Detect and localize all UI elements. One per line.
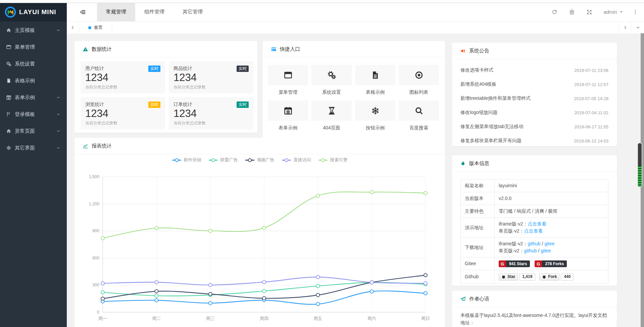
legend-item-视频广告[interactable]: 视频广告 [245, 157, 275, 163]
gitee-badge[interactable]: G941 Stars [499, 260, 530, 267]
github-fork-button[interactable]: Fork [539, 273, 559, 281]
version-row: 框架名称layuimini [461, 179, 608, 192]
version-link[interactable]: gitee [544, 241, 554, 246]
quick-entry-系统设置[interactable]: 系统设置 [311, 65, 352, 95]
announcement-text: 新增系统404模板 [460, 81, 496, 87]
app-title: LAYUI MINI [19, 8, 56, 16]
version-line: 单页版-v2：github / gitee [499, 247, 604, 254]
stat-caption: 当前分类总记录数 [174, 84, 249, 90]
svg-text:周日: 周日 [421, 316, 430, 321]
calendar-icon [6, 95, 11, 100]
quick-entry-百度搜索[interactable]: 百度搜索 [399, 100, 439, 131]
tabs-scroll-left-button[interactable] [67, 22, 79, 34]
version-header: 版本信息 [452, 155, 617, 172]
legend-item-联盟广告[interactable]: 联盟广告 [209, 157, 238, 163]
sidebar-item-7[interactable]: 异常页面 [0, 123, 67, 139]
legend-item-搜索引擎[interactable]: 搜索引擎 [318, 157, 348, 163]
version-link[interactable]: gitee [541, 248, 551, 253]
version-link[interactable]: 点击查看 [528, 221, 546, 227]
layui-logo-icon [5, 6, 16, 18]
author-title: 作者心语 [469, 296, 489, 302]
quick-entry-按钮示例[interactable]: 按钮示例 [355, 100, 395, 131]
tabbar-controls [618, 22, 644, 34]
warning-triangle-icon [83, 46, 88, 52]
module-tab-2[interactable]: 组件管理 [135, 3, 174, 22]
version-line: iframe版-v2：点击查看 [499, 220, 604, 228]
stat-value: 1234 [85, 108, 160, 119]
version-card: 版本信息 框架名称layuimini当前版本v2.0.0主要特色零门槛 / 响应… [452, 155, 617, 286]
quick-entry-card: 快捷入口 菜单管理 系统设置 表格示例 图标列表 表单示例 404页面 按钮示例… [263, 41, 445, 143]
quick-entry-box [355, 100, 395, 121]
sidebar-collapse-button[interactable] [74, 3, 91, 22]
more-menu-button[interactable] [629, 3, 642, 22]
version-row-label: 当前版本 [461, 192, 495, 205]
quick-entry-404页面[interactable]: 404页面 [311, 100, 352, 131]
trash-icon [569, 9, 575, 15]
quick-entry-表格示例[interactable]: 表格示例 [355, 65, 395, 95]
version-link[interactable]: github [524, 248, 537, 253]
sidebar-item-8[interactable]: 其它界面 [0, 139, 67, 156]
layuimini-dashboard: LAYUI MINI 主页模板 菜单管理 系统设置 表格示例 表单示例 登录模板… [0, 0, 644, 327]
quick-entry-label: 百度搜索 [399, 125, 439, 131]
tabs-dropdown-button[interactable] [631, 22, 644, 34]
gitee-badge-label: 278 Forks [542, 260, 567, 267]
quick-entry-图标列表[interactable]: 图标列表 [399, 65, 439, 95]
quick-entry-表单示例[interactable]: 表单示例 [268, 100, 308, 131]
quick-title: 快捷入口 [280, 46, 300, 52]
sidebar-item-label: 异常页面 [15, 128, 35, 134]
sidebar-item-1[interactable]: 主页模板 [0, 22, 67, 39]
quick-entry-菜单管理[interactable]: 菜单管理 [268, 65, 308, 95]
user-menu[interactable]: admin [598, 3, 629, 22]
version-table: 框架名称layuimini当前版本v2.0.0主要特色零门槛 / 响应式 / 清… [460, 179, 608, 284]
window-icon [6, 44, 11, 50]
module-tab-3[interactable]: 其它管理 [174, 3, 212, 22]
refresh-button[interactable] [546, 3, 563, 22]
stat-caption: 当前分类总记录数 [174, 120, 249, 126]
github-star-button[interactable]: Star [499, 273, 518, 281]
sidebar-item-4[interactable]: 表格示例 [0, 72, 67, 89]
refresh-icon [551, 9, 557, 15]
version-row-label: Github [461, 270, 495, 283]
github-star-count[interactable]: 1,419 [519, 273, 535, 281]
gitee-badge[interactable]: G278 Forks [535, 260, 567, 267]
sidebar-item-3[interactable]: 系统设置 [0, 55, 67, 72]
scrollbar-thumb[interactable] [637, 142, 642, 188]
github-fork-count[interactable]: 440 [561, 273, 574, 281]
home-icon [6, 128, 11, 134]
chevron-down-icon [56, 95, 61, 100]
sidebar-item-5[interactable]: 表单示例 [0, 89, 67, 106]
stat-caption: 当前分类总记录数 [85, 120, 160, 126]
announcement-text: 修复多模块菜单栏展开有问题 [460, 138, 522, 144]
github-button-group: Fork440 [539, 273, 574, 281]
fullscreen-button[interactable] [581, 3, 598, 22]
announcement-row: 修复左侧菜单缩放tab无法移动 2019-06-17 11:55 [460, 120, 608, 134]
tabbar: 首页 [67, 22, 644, 34]
sidebar-menu: 主页模板 菜单管理 系统设置 表格示例 表单示例 登录模板 异常页面 其它界面 [0, 22, 67, 156]
version-link[interactable]: 点击查看 [524, 228, 543, 234]
version-row: 演示地址iframe版-v2：点击查看单页版-v2：点击查看 [461, 218, 608, 238]
tab-home[interactable]: 首页 [79, 22, 112, 34]
sidebar-item-label: 表格示例 [15, 78, 35, 84]
github-icon [501, 275, 506, 279]
legend-marker [282, 158, 291, 162]
snowflake-icon [371, 106, 380, 115]
sidebar-item-2[interactable]: 菜单管理 [0, 39, 67, 55]
legend-marker [172, 158, 181, 162]
legend-item-邮件营销[interactable]: 邮件营销 [172, 157, 201, 163]
version-value: v2.0.0 [499, 196, 511, 201]
file-text-icon [371, 71, 380, 80]
version-link[interactable]: github [528, 241, 540, 246]
legend-item-直接访问[interactable]: 直接访问 [282, 157, 311, 163]
clear-cache-button[interactable] [563, 3, 581, 22]
announcements-card: 系统公告 修改选项卡样式 2019-07-11 23:06新增系统404模板 2… [452, 43, 617, 146]
module-tab-1[interactable]: 常规管理 [97, 3, 135, 22]
tabs-scroll-right-button[interactable] [618, 22, 631, 34]
kebab-icon [633, 9, 638, 15]
realtime-badge: 实时 [148, 101, 160, 108]
chevron-right-icon [623, 25, 628, 30]
calendar-icon [284, 106, 293, 115]
svg-text:周六: 周六 [367, 316, 376, 321]
sidebar-item-6[interactable]: 登录模板 [0, 106, 67, 123]
chevron-down-icon [636, 25, 640, 30]
stats-grid: 用户统计 1234 当前分类总记录数 实时商品统计 1234 当前分类总记录数 … [75, 57, 257, 129]
